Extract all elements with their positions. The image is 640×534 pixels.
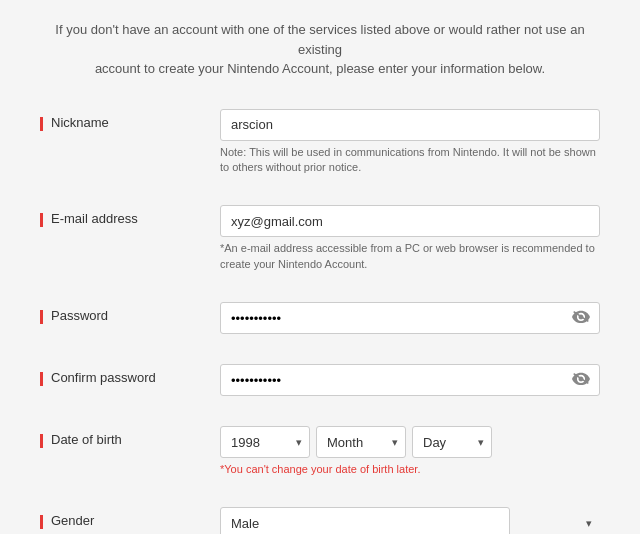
chevron-down-icon: ▾ [586, 517, 592, 530]
nickname-label: Nickname [51, 115, 109, 130]
nickname-field-col: Note: This will be used in communication… [220, 109, 600, 176]
password-wrapper [220, 302, 600, 334]
email-label-col: E-mail address [40, 205, 220, 227]
confirm-password-field-col [220, 364, 600, 396]
email-row: E-mail address *An e-mail address access… [40, 197, 600, 280]
confirm-password-input[interactable] [220, 364, 600, 396]
intro-text: If you don't have an account with one of… [40, 20, 600, 79]
required-indicator [40, 515, 43, 529]
confirm-password-toggle-icon[interactable] [572, 372, 590, 389]
nickname-input[interactable] [220, 109, 600, 141]
required-indicator [40, 434, 43, 448]
dob-note: *You can't change your date of birth lat… [220, 462, 600, 477]
required-indicator [40, 310, 43, 324]
confirm-password-label-col: Confirm password [40, 364, 220, 386]
dob-row: Date of birth 1998 ▾ Month ▾ [40, 418, 600, 485]
nickname-label-col: Nickname [40, 109, 220, 131]
nickname-note: Note: This will be used in communication… [220, 145, 600, 176]
password-toggle-icon[interactable] [572, 310, 590, 327]
dob-year-wrapper: 1998 ▾ [220, 426, 310, 458]
dob-field-col: 1998 ▾ Month ▾ Day ▾ *You can't c [220, 426, 600, 477]
password-field-col [220, 302, 600, 334]
email-note: *An e-mail address accessible from a PC … [220, 241, 600, 272]
dob-month-wrapper: Month ▾ [316, 426, 406, 458]
password-label-col: Password [40, 302, 220, 324]
gender-label: Gender [51, 513, 94, 528]
gender-label-col: Gender [40, 507, 220, 529]
confirm-password-row: Confirm password [40, 356, 600, 404]
required-indicator [40, 213, 43, 227]
password-input[interactable] [220, 302, 600, 334]
email-field-col: *An e-mail address accessible from a PC … [220, 205, 600, 272]
gender-select[interactable]: Male Female Other [220, 507, 510, 534]
confirm-password-wrapper [220, 364, 600, 396]
form-container: If you don't have an account with one of… [0, 0, 640, 534]
required-indicator [40, 117, 43, 131]
email-input[interactable] [220, 205, 600, 237]
gender-wrapper: Male Female Other ▾ [220, 507, 600, 534]
dob-label-col: Date of birth [40, 426, 220, 448]
dob-month-select[interactable]: Month [316, 426, 406, 458]
gender-row: Gender Male Female Other ▾ [40, 499, 600, 534]
required-indicator [40, 372, 43, 386]
dob-day-wrapper: Day ▾ [412, 426, 492, 458]
dob-day-select[interactable]: Day [412, 426, 492, 458]
dob-year-select[interactable]: 1998 [220, 426, 310, 458]
password-label: Password [51, 308, 108, 323]
dob-selects: 1998 ▾ Month ▾ Day ▾ [220, 426, 600, 458]
password-row: Password [40, 294, 600, 342]
gender-field-col: Male Female Other ▾ [220, 507, 600, 534]
confirm-password-label: Confirm password [51, 370, 156, 385]
nickname-row: Nickname Note: This will be used in comm… [40, 101, 600, 184]
dob-label: Date of birth [51, 432, 122, 447]
email-label: E-mail address [51, 211, 138, 226]
